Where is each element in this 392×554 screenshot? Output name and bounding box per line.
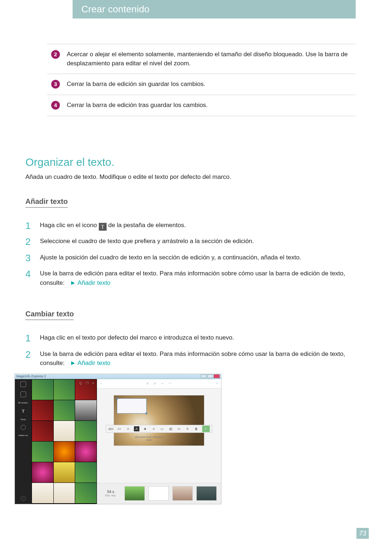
- thumb: [32, 421, 53, 441]
- timeline-cell: [124, 486, 145, 501]
- callout-number-4: 4: [51, 101, 60, 110]
- close-icon: [214, 374, 220, 378]
- subheading-add-text: Añadir texto: [25, 197, 68, 208]
- table-row: 4 Cerrar la barra de edición tras guarda…: [47, 95, 356, 116]
- thumb: [75, 442, 97, 462]
- tb-size: A↕: [117, 426, 123, 431]
- more-icon: ⋯: [168, 382, 172, 385]
- thumb: [54, 421, 75, 441]
- thumb: [32, 462, 53, 483]
- timeline-duration: 54 s Dur. rep.: [101, 490, 121, 497]
- thumb: [75, 462, 97, 483]
- tb-effect: ↯: [185, 426, 191, 431]
- tb-fill: ■: [142, 426, 148, 431]
- trash-icon: 🗑: [193, 426, 199, 431]
- thumb: [75, 421, 97, 441]
- link-arrow-icon: ►: [70, 279, 76, 286]
- step-text-post: de la pestaña de elementos.: [108, 222, 186, 229]
- text-tool-icon: T: [99, 223, 107, 231]
- timeline-strip: 54 s Dur. rep.: [97, 483, 221, 504]
- step-item: 1 Haga clic en el texto por defecto del …: [25, 333, 356, 344]
- tb-color-b: A: [134, 426, 140, 431]
- selected-text-box: [117, 398, 147, 414]
- step-number: 2: [25, 349, 33, 368]
- callout-definitions-table: 2 Acercar o alejar el elemento solamente…: [47, 44, 356, 116]
- tb-valign: ▤: [168, 426, 174, 431]
- step-text: Haga clic en el texto por defecto del ma…: [40, 333, 234, 344]
- rail-label-texto: Texto: [21, 418, 26, 420]
- timeline-cell: [196, 486, 217, 501]
- steps-add-text: 1 Haga clic en el icono T de la pestaña …: [25, 221, 356, 288]
- next-icon: ›: [216, 382, 217, 385]
- section-intro: Añada un cuadro de texto. Modifique o ed…: [25, 173, 356, 181]
- grid-icon: ❐: [86, 381, 89, 387]
- editor-canvas: abc A↕ A A ■ ≡ ▭ ▤ A- ↯ 🗑: [97, 389, 221, 483]
- step-number: 4: [25, 269, 33, 287]
- search-icon: Q: [79, 381, 82, 387]
- thumb: [75, 400, 97, 420]
- tb-color-a: A: [125, 426, 131, 431]
- section-heading-organize-text: Organizar el texto.: [25, 156, 356, 168]
- timeline-cell: [148, 486, 169, 501]
- check-icon: ✓: [146, 382, 149, 385]
- tb-align: ≡: [151, 426, 157, 431]
- step-item: 3 Ajuste la posición del cuadro de texto…: [25, 253, 356, 263]
- callout-number-3: 3: [51, 80, 60, 89]
- step-number: 2: [25, 237, 33, 247]
- step-text-pre: Haga clic en el icono: [40, 222, 99, 229]
- thumb: [75, 483, 97, 503]
- window-title: MagicInfo Express 2: [16, 374, 46, 378]
- subheading-change-text: Cambiar texto: [25, 310, 74, 320]
- resize-icon: ↔: [161, 382, 164, 385]
- timeline-cell: [172, 486, 193, 501]
- steps-change-text: 1 Haga clic en el texto por defecto del …: [25, 333, 356, 504]
- left-rail: Mi conten. T Texto Adhes ivo ?: [15, 379, 32, 504]
- tb-style: A-: [176, 426, 182, 431]
- text-edit-toolbar: abc A↕ A A ■ ≡ ▭ ▤ A- ↯ 🗑: [106, 425, 212, 433]
- window-titlebar: MagicInfo Express 2: [15, 374, 221, 379]
- chapter-banner: Crear contenido: [73, 0, 356, 19]
- thumb: [54, 483, 75, 503]
- step-item: 1 Haga clic en el icono T de la pestaña …: [25, 221, 356, 231]
- thumb: [54, 400, 75, 420]
- table-row: 2 Acercar o alejar el elemento solamente…: [47, 44, 356, 74]
- thumb: [54, 442, 75, 462]
- callout-desc: Cerrar la barra de edición sin guardar l…: [64, 74, 356, 95]
- editor-main: ‹ ✓ ✓ ↔ ⋯ ›: [97, 379, 221, 504]
- list-icon: ≡: [92, 381, 94, 387]
- tb-font: abc: [108, 426, 114, 431]
- step-number: 3: [25, 253, 33, 263]
- app-screenshot: MagicInfo Express 2 Mi conten. T Texto: [15, 374, 221, 504]
- sticker-icon: [21, 425, 26, 430]
- help-icon: ?: [21, 496, 26, 501]
- link-arrow-icon: ►: [70, 360, 76, 366]
- rail-label-adhesivo: Adhes ivo: [19, 434, 28, 436]
- check-icon: ✓: [154, 382, 156, 385]
- callout-number-2: 2: [51, 50, 60, 59]
- table-row: 3 Cerrar la barra de edición sin guardar…: [47, 74, 356, 95]
- step-text: Seleccione el cuadro de texto que prefie…: [40, 237, 254, 247]
- thumb: [32, 442, 53, 462]
- home-icon: [20, 381, 26, 387]
- page-number: 73: [356, 528, 369, 539]
- thumb: [32, 400, 53, 420]
- prev-icon: ‹: [101, 382, 102, 385]
- step-number: 1: [25, 221, 33, 231]
- minimize-icon: [201, 374, 207, 378]
- thumb: [54, 462, 75, 483]
- cross-ref-link[interactable]: Añadir texto: [78, 279, 111, 286]
- step-text: Ajuste la posición del cuadro de texto e…: [40, 253, 301, 263]
- placeholder-caption: Introducir texto Introducir texto: [135, 436, 164, 441]
- editor-topbar: ‹ ✓ ✓ ↔ ⋯ ›: [97, 379, 221, 389]
- tb-box: ▭: [159, 426, 165, 431]
- callout-desc: Cerrar la barra de edición tras guardar …: [64, 95, 356, 116]
- confirm-icon: ✓: [202, 426, 210, 432]
- rail-label-mycontent: Mi conten.: [18, 402, 28, 404]
- step-item: 4 Use la barra de edición para editar el…: [25, 269, 356, 287]
- cross-ref-link[interactable]: Añadir texto: [78, 360, 111, 366]
- step-item: 2 Use la barra de edición para editar el…: [25, 349, 356, 368]
- text-tool-icon: T: [20, 408, 26, 414]
- thumbnail-grid: Q ❐ ≡: [32, 379, 97, 504]
- step-item: 2 Seleccione el cuadro de texto que pref…: [25, 237, 356, 247]
- maximize-icon: [207, 374, 213, 378]
